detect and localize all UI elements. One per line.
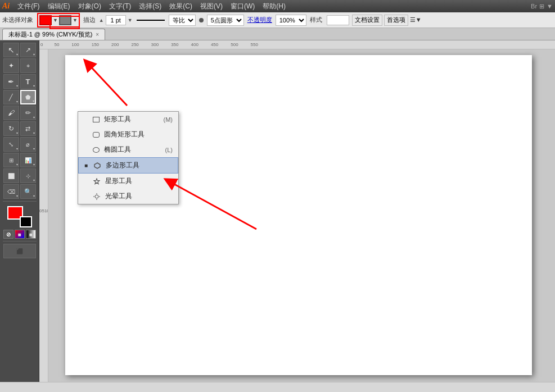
ruler-vertical: 0 5 10 15 20 25 30 35 40 — [39, 49, 48, 382]
tab-bar: 未标题-1 @ 99% (CMYK/预览) × — [0, 28, 555, 40]
svg-marker-0 — [94, 163, 100, 168]
roundrect-icon — [93, 132, 100, 138]
tab-title: 未标题-1 @ 99% (CMYK/预览) — [8, 30, 92, 39]
ruler-tick-200: 200 — [111, 42, 119, 47]
lasso-tool[interactable]: ⌖ — [20, 58, 36, 73]
main-toolbar: 未选择对象 ▼ ▼ 描边 ▲ ▼ 等比 5点圆形 不透明度 100% 样式 文档… — [0, 12, 555, 28]
screen-mode-button[interactable]: ⬛ — [3, 244, 36, 258]
title-bar: Ai 文件(F) 编辑(E) 对象(O) 文字(T) 选择(S) 效果(C) 视… — [0, 0, 555, 12]
warp-tool[interactable]: ⌀ ▾ — [20, 137, 36, 152]
color-area: ⊘ ■ ■ — [3, 206, 36, 239]
opacity-select[interactable]: 100% — [276, 15, 306, 26]
magic-wand-tool[interactable]: ✦ — [3, 58, 19, 73]
menu-view[interactable]: 视图(V) — [197, 1, 226, 12]
tab-close-button[interactable]: × — [96, 31, 99, 38]
ruler-tick-50: 50 — [54, 42, 59, 47]
menu-file[interactable]: 文件(F) — [14, 1, 43, 12]
arrange-icon[interactable]: ⊞ — [539, 3, 544, 10]
ellipse-shortcut: (L) — [165, 147, 173, 153]
stroke-type-select[interactable]: 等比 — [169, 15, 196, 26]
eraser-tool[interactable]: ⌫ ▾ — [3, 184, 19, 199]
star-label: 星形工具 — [105, 176, 132, 186]
polygon-bullet: ■ — [84, 162, 89, 168]
title-right-controls: Br ⊞ ▼ — [531, 3, 553, 10]
rect-tool-item[interactable]: 矩形工具 (M) — [78, 112, 178, 127]
svg-point-2 — [95, 195, 98, 198]
stroke-color-button[interactable] — [59, 15, 71, 25]
polygon-tool-item[interactable]: ■ 多边形工具 — [78, 157, 178, 174]
ruler-tick-500: 500 — [231, 42, 238, 47]
rotate-tools: ↻ ▾ ⇄ ▾ — [3, 121, 36, 136]
brush-select[interactable]: 5点圆形 — [207, 15, 244, 26]
fill-color-button[interactable] — [39, 15, 52, 25]
document-tab[interactable]: 未标题-1 @ 99% (CMYK/预览) × — [2, 29, 105, 40]
scale-tool[interactable]: ⤡ ▾ — [3, 137, 19, 152]
stroke-value-input[interactable] — [106, 15, 126, 25]
prefs-button[interactable]: 首选项 — [384, 15, 408, 26]
scale-tools: ⤡ ▾ ⌀ ▾ — [3, 137, 36, 152]
fill-dropdown-arrow[interactable]: ▼ — [53, 17, 58, 23]
selection-tool[interactable]: ↖ ▾ — [3, 43, 19, 57]
ellipse-tool-item[interactable]: 椭圆工具 (L) — [78, 142, 178, 157]
stroke-up-icon[interactable]: ▲ — [99, 17, 104, 23]
artboard-container[interactable]: 矩形工具 (M) 圆角矩形工具 椭圆工具 (L) — [48, 49, 555, 382]
ruler-horizontal: 0 50 100 150 200 250 300 350 400 450 500… — [39, 40, 555, 49]
menu-text[interactable]: 文字(T) — [106, 1, 134, 12]
slice-tool[interactable]: ⊹ ▾ — [20, 168, 36, 183]
menu-help[interactable]: 帮助(H) — [259, 1, 289, 12]
fill-stroke-container — [7, 206, 32, 227]
style-label: 样式 — [310, 16, 322, 24]
rect-shortcut: (M) — [164, 116, 173, 123]
roundrect-tool-item[interactable]: 圆角矩形工具 — [78, 127, 178, 142]
workspace-dropdown[interactable]: ▼ — [547, 3, 553, 10]
pen-tool[interactable]: ✒ ▾ — [3, 74, 19, 89]
direct-selection-tool[interactable]: ↗ ▾ — [20, 43, 36, 57]
ruler-tick-350: 350 — [171, 42, 178, 47]
stroke-swatch[interactable] — [20, 216, 32, 227]
bridge-icon[interactable]: Br — [531, 3, 537, 10]
gradient-icon[interactable]: ■ — [26, 230, 36, 239]
text-tool[interactable]: T ▾ — [20, 74, 36, 89]
dot-indicator — [199, 18, 204, 22]
ruler-tick-450: 450 — [211, 42, 218, 47]
none-icon[interactable]: ⊘ — [3, 230, 13, 239]
line-tool[interactable]: ╱ ▾ — [3, 90, 19, 104]
shape-tool-menu[interactable]: 矩形工具 (M) 圆角矩形工具 椭圆工具 (L) — [78, 111, 179, 204]
menu-object[interactable]: 对象(O) — [75, 1, 105, 12]
stroke-dropdown-arrow[interactable]: ▼ — [73, 17, 78, 23]
rotate-tool[interactable]: ↻ ▾ — [3, 121, 19, 136]
eraser-tools: ⌫ ▾ 🔍 ▾ — [3, 184, 36, 199]
pencil-tool[interactable]: ✏ ▾ — [20, 106, 36, 120]
opacity-label: 不透明度 — [247, 16, 272, 24]
toolbox: ↖ ▾ ↗ ▾ ✦ ⌖ ✒ ▾ T ▾ — [0, 40, 39, 382]
ruler-tick-100: 100 — [71, 42, 79, 47]
ruler-tick-150: 150 — [92, 42, 99, 47]
menu-select[interactable]: 选择(S) — [136, 1, 165, 12]
star-tool-item[interactable]: 星形工具 — [78, 174, 178, 189]
rect-label: 矩形工具 — [104, 115, 131, 124]
artboard-tool[interactable]: ⬜ — [3, 168, 19, 183]
magic-wand-tools: ✦ ⌖ — [3, 58, 36, 73]
ellipse-icon — [93, 147, 100, 153]
color-icon[interactable]: ■ — [15, 230, 25, 239]
stroke-down-icon[interactable]: ▼ — [128, 17, 133, 23]
zoom-tool[interactable]: 🔍 ▾ — [20, 184, 36, 199]
shape-tool[interactable]: ⬟ ▾ — [20, 90, 36, 104]
rect-icon — [93, 117, 100, 122]
menu-effect[interactable]: 效果(C) — [166, 1, 196, 12]
artboard-tools: ⬜ ⊹ ▾ — [3, 168, 36, 183]
selection-tools: ↖ ▾ ↗ ▾ — [3, 43, 36, 57]
graph-tool[interactable]: 📊 ▾ — [20, 153, 36, 167]
doc-setup-button[interactable]: 文档设置 — [352, 15, 382, 26]
extra-icon[interactable]: ☰▼ — [410, 16, 422, 24]
app-logo: Ai — [2, 2, 10, 11]
paintbrush-tool[interactable]: 🖌 — [3, 106, 19, 120]
free-transform-tool[interactable]: ⊞ ▾ — [3, 153, 19, 167]
no-selection-label: 未选择对象 — [2, 16, 33, 24]
ellipse-label: 椭圆工具 — [104, 145, 131, 154]
flare-label: 光晕工具 — [105, 192, 132, 201]
menu-window[interactable]: 窗口(W) — [227, 1, 258, 12]
mirror-tool[interactable]: ⇄ ▾ — [20, 121, 36, 136]
menu-edit[interactable]: 编辑(E) — [44, 1, 74, 12]
flare-tool-item[interactable]: 光晕工具 — [78, 189, 178, 204]
